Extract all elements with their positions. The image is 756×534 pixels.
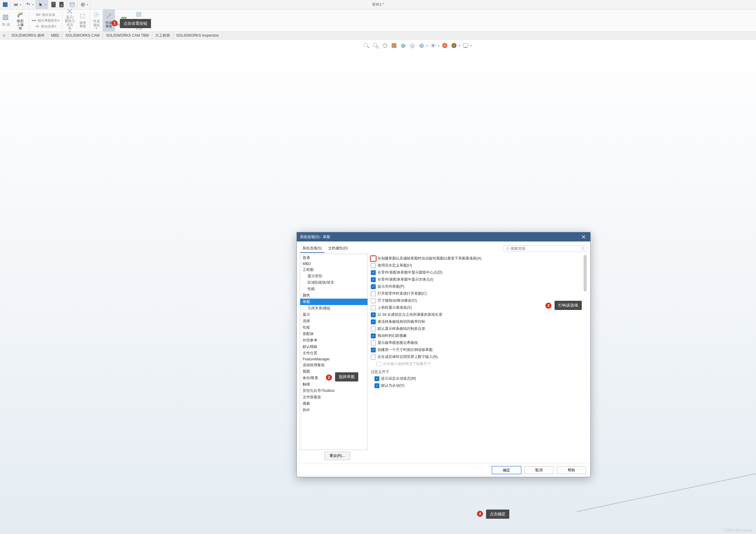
ribbon-linear-pattern[interactable]: 线性草图阵列▾	[32, 18, 60, 23]
scene-icon[interactable]	[450, 42, 458, 49]
dropdown-icon[interactable]: ▾	[426, 44, 428, 47]
tree-item[interactable]: 文件探索器	[300, 394, 367, 400]
view-settings-icon[interactable]	[462, 42, 469, 49]
ribbon-offset-surface[interactable]: 曲面 上偏 移	[12, 10, 28, 32]
tree-item[interactable]: 外部参考	[300, 337, 367, 344]
gear-icon[interactable]	[79, 1, 86, 8]
dropdown-icon[interactable]: ▾	[32, 3, 34, 6]
checkbox[interactable]	[371, 327, 376, 331]
tab-solidworks-inspection[interactable]: SOLIDWORKS Inspection	[173, 32, 222, 39]
checkbox[interactable]	[371, 284, 376, 289]
checkbox[interactable]	[371, 298, 376, 303]
tab-solidworks-cam-tbm[interactable]: SOLIDWORKS CAM TBM	[103, 32, 152, 39]
option-row[interactable]: 在零件/装配体草图中显示圆弧中心点(D)	[371, 269, 584, 276]
checkbox[interactable]	[371, 348, 376, 353]
hide-show-icon[interactable]	[418, 42, 425, 49]
close-icon[interactable]	[580, 233, 587, 241]
panel-icon[interactable]	[69, 1, 75, 8]
checkbox[interactable]	[371, 291, 376, 296]
checkbox[interactable]	[371, 319, 376, 324]
checkbox[interactable]	[371, 263, 376, 268]
tree-item[interactable]: 性能	[300, 324, 367, 331]
traffic-stop-icon[interactable]	[50, 1, 57, 8]
tab-big-engineer[interactable]: 大工程师	[152, 32, 173, 39]
appearance-icon[interactable]	[441, 42, 448, 49]
checkbox[interactable]	[371, 256, 376, 261]
traffic-go-icon[interactable]	[58, 1, 65, 8]
options-search[interactable]	[503, 245, 587, 252]
options-category-tree[interactable]: 普通MBD工程图显示类型区域剖面线/填充性能颜色草图几何关系/捕捉显示选择性能装…	[300, 254, 368, 450]
option-row[interactable]: 拖动时的幻影图象	[371, 332, 584, 339]
tree-item[interactable]: 触摸	[300, 381, 367, 387]
tree-item[interactable]: 选择	[300, 318, 367, 324]
ribbon-repair-sketch[interactable]: 修复 草图	[77, 10, 89, 32]
tab-mbd[interactable]: MBD	[48, 32, 63, 39]
tree-item[interactable]: 协作	[300, 407, 367, 413]
option-row[interactable]: 上色时显示基准面(S)	[371, 304, 584, 311]
print-icon[interactable]	[13, 1, 19, 8]
tree-item[interactable]: 异型孔向导/Toolbox	[300, 387, 367, 394]
tree-item[interactable]: 工程图	[300, 267, 367, 273]
tree-item[interactable]: 选值框增量值	[300, 362, 367, 368]
tree-item[interactable]: 装配体	[300, 331, 367, 337]
option-row[interactable]: 打开新零件时直接打开草图(C)	[371, 290, 584, 297]
option-row[interactable]: 提示设定从动状态(M)	[374, 375, 584, 382]
dropdown-icon[interactable]: ▾	[87, 3, 88, 6]
tree-item[interactable]: 性能	[300, 286, 367, 292]
option-row[interactable]: 在创建草图以及编辑草图时自动旋转视图以垂直于草图基准面(A)	[371, 255, 584, 262]
ok-button[interactable]: 确定	[492, 466, 521, 474]
checkbox[interactable]	[371, 340, 376, 345]
tree-item[interactable]: 搜索	[300, 400, 367, 407]
reset-button[interactable]: 重设(R)...	[324, 452, 350, 460]
eye-icon[interactable]	[429, 42, 437, 49]
view-orient-icon[interactable]	[399, 42, 407, 49]
dialog-tab-document-properties[interactable]: 文档属性(D)	[326, 245, 350, 253]
option-row[interactable]: 尺寸随拖动/移动修改(O)	[371, 297, 584, 304]
tree-item[interactable]: 默认模板	[300, 344, 367, 350]
zoom-area-icon[interactable]	[372, 42, 379, 49]
zoom-fit-icon[interactable]	[363, 42, 370, 49]
tree-item[interactable]: 显示类型	[300, 273, 367, 280]
tree-item[interactable]: 几何关系/捕捉	[300, 305, 367, 311]
dropdown-icon[interactable]: ▾	[459, 44, 460, 47]
pointer-icon[interactable]	[38, 1, 44, 8]
tree-item[interactable]: FeatureManager	[300, 357, 367, 362]
checkbox[interactable]	[371, 277, 376, 282]
tree-item[interactable]: 显示	[300, 311, 367, 318]
checkbox[interactable]	[371, 355, 376, 360]
option-row[interactable]: 默认为从动(V)	[374, 382, 584, 389]
dropdown-icon[interactable]: ▾	[20, 3, 21, 6]
dropdown-icon[interactable]: ▾	[438, 44, 439, 47]
checkbox[interactable]	[374, 383, 379, 388]
scrollbar[interactable]	[583, 255, 587, 449]
checkbox[interactable]	[371, 312, 376, 317]
section-view-icon[interactable]	[391, 42, 398, 49]
option-row[interactable]: 激活样条曲线相切和曲率控标	[371, 318, 584, 325]
option-row[interactable]: 以 3d 在虚拟交点之间所测量的直线长度	[371, 311, 584, 318]
tab-item[interactable]: s	[0, 32, 8, 39]
ribbon-item[interactable]: 阵 面	[0, 10, 12, 32]
ribbon-move-entity[interactable]: 移动实体▾	[32, 24, 60, 29]
option-row[interactable]: 默认显示样条曲线控制多边形	[371, 325, 584, 332]
tree-item[interactable]: 颜色	[300, 292, 367, 299]
tree-item[interactable]: MBD	[300, 261, 367, 267]
dropdown-icon[interactable]: ▾	[45, 3, 46, 6]
tree-item[interactable]: 文件位置	[300, 350, 367, 357]
tree-item[interactable]: 草图	[300, 299, 367, 305]
search-input[interactable]	[510, 246, 581, 251]
ribbon-quick-snap[interactable]: 快速 捕捉▾	[91, 10, 103, 32]
option-row[interactable]: 在零件/装配体草图中显示实体点(I)	[371, 276, 584, 283]
option-row[interactable]: 使用完全定义草图(U)	[371, 262, 584, 269]
checkbox[interactable]	[371, 306, 376, 310]
option-row[interactable]: 创建第一个尺寸时按比例缩放草图	[371, 346, 584, 353]
dropdown-icon[interactable]: ▾	[471, 44, 472, 47]
tree-item[interactable]: 区域剖面线/填充	[300, 280, 367, 286]
help-button[interactable]: 帮助	[557, 466, 586, 474]
option-row[interactable]: 在生成实体时启用荧屏上数字输入(N)	[371, 353, 584, 360]
graphics-viewport[interactable]: ▾ ▾ ▾ ▾ 系统选项(S) - 草图 系统选项(S) 文档属性(D)	[0, 40, 756, 534]
dialog-tab-system-options[interactable]: 系统选项(S)	[300, 245, 324, 253]
previous-view-icon[interactable]	[381, 42, 389, 49]
display-style-icon[interactable]	[409, 42, 416, 49]
tab-solidworks-cam[interactable]: SOLIDWORKS CAM	[62, 32, 103, 39]
undo-icon[interactable]	[25, 1, 32, 8]
